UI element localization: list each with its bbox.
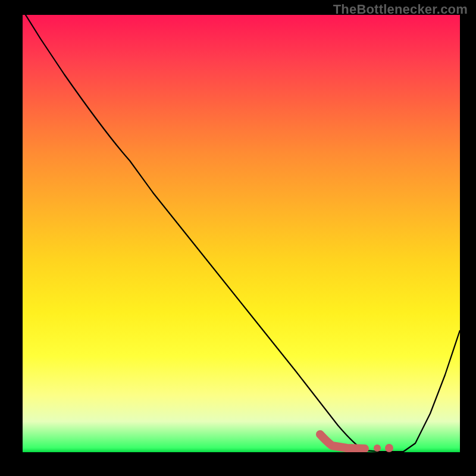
plot-area [23, 15, 460, 452]
marker-dot-1 [374, 444, 381, 452]
watermark-text: TheBottlenecker.com [333, 2, 468, 17]
bottleneck-curve [23, 15, 460, 452]
marker [23, 15, 460, 452]
marker-dot-2 [385, 444, 393, 452]
marker-stroke [320, 434, 365, 449]
curve-path [23, 15, 460, 452]
chart-frame: TheBottlenecker.com [0, 0, 476, 476]
